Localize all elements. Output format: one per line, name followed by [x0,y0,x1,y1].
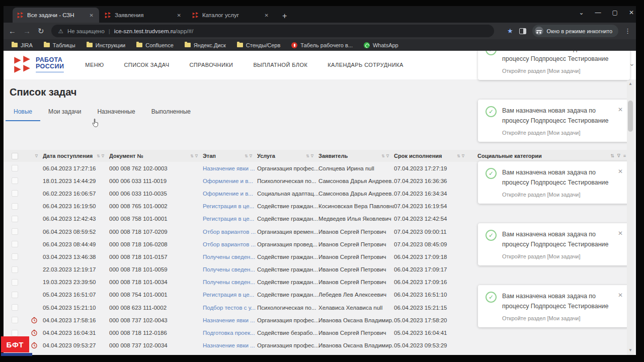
filter-icon: ∇ [195,154,198,158]
scroll-up-icon[interactable]: ▲ [628,80,632,87]
cell-stage-link[interactable]: Подбор тестов с у... [203,305,257,311]
browser-tab[interactable]: Каталог услуг ✕ [188,8,274,23]
toast-link[interactable]: Откройте раздел [Мои задачи] [502,192,623,198]
cell-stage-link[interactable]: Назначение явки ... [203,317,257,323]
nav-item[interactable]: СПРАВОЧНИКИ [189,62,233,68]
header-social[interactable]: Социальные категории⇅∇≡ [469,153,636,159]
cell-stage-link[interactable]: Получены сведен... [203,266,257,273]
row-checkbox[interactable] [12,292,18,298]
nav-item[interactable]: КАЛЕНДАРЬ СОТРУДНИКА [328,62,404,68]
cell-document: 000 008 718 106-0208 [109,241,203,247]
table-row[interactable]: 04.04.2023 16:04:31 000 008 718 112-0186… [4,326,636,339]
cell-document: 000 008 765 101-0002 [109,203,203,209]
browser-menu-icon[interactable]: ⋮ [624,27,631,35]
tab-close-icon[interactable]: ✕ [89,13,95,18]
row-checkbox[interactable] [12,330,18,336]
cell-stage-link[interactable]: Назначение явки ... [203,342,257,348]
new-tab-button[interactable]: + [279,12,290,23]
side-panel-icon[interactable] [519,28,526,34]
header-applicant[interactable]: Заявитель⇅∇ [318,153,394,159]
header-service[interactable]: Услуга⇅∇ [257,153,318,159]
toast-close-icon[interactable]: ✕ [618,292,623,312]
scroll-down-icon[interactable]: ▼ [628,347,632,354]
cell-stage-link[interactable]: Регистрация в це... [203,292,257,298]
row-checkbox[interactable] [12,203,18,210]
back-button[interactable]: ← [9,27,16,35]
task-filter-tab[interactable]: Новые [6,104,40,121]
toast-link[interactable]: Откройте раздел [Мои задачи] [502,253,623,259]
bookmark-star-icon[interactable]: ★ [507,27,513,35]
header-due[interactable]: Срок исполнения⇅∇ [394,153,469,159]
toast-close-icon[interactable]: ✕ [618,168,623,188]
nav-item[interactable]: МЕНЮ [85,62,104,68]
header-document[interactable]: Документ №⇅∇ [109,153,203,159]
url-field[interactable]: ⚠ Не защищено | ice-szn.test.trudvsem.ru… [51,25,494,37]
cell-stage-link[interactable]: Регистрация в це... [203,216,257,222]
minimize-button[interactable]: — [595,9,601,16]
cell-stage-link[interactable]: Отбор вариантов ... [203,229,257,235]
folder-icon [185,43,191,47]
overdue-clock-icon [24,291,43,298]
bookmark-item[interactable]: Стенды/Серв [237,42,280,48]
task-filter-tab[interactable]: Мои задачи [40,104,89,121]
cell-stage-link[interactable]: Получены сведен... [203,254,257,260]
filter-icon[interactable]: ∇ [35,154,38,158]
cell-due: 07.04.2023 16:34:34 [394,191,469,197]
cell-stage-link[interactable]: Отбор вариантов ... [203,241,257,247]
page-scrollbar[interactable]: ▲ ▼ [627,80,634,355]
cell-stage-link[interactable]: Оформление и в... [203,191,257,197]
row-checkbox[interactable] [12,279,18,286]
reload-button[interactable]: ↻ [38,27,44,36]
header-date[interactable]: Дата поступления⇅∇ [43,153,109,159]
browser-tab[interactable]: Заявления ✕ [100,8,187,23]
cell-due: 07.04.2023 08:45:09 [394,241,469,247]
row-checkbox[interactable] [12,241,18,247]
row-checkbox[interactable] [12,190,18,197]
cell-stage-link[interactable]: Подготовка проек... [203,330,257,336]
nav-item[interactable]: ВЫПЛАТНОЙ БЛОК [253,62,307,68]
task-filter-tab[interactable]: Выполненные [143,104,199,121]
chevron-down-icon[interactable]: ⌄ [629,59,635,67]
row-checkbox[interactable] [12,317,18,323]
bookmark-item[interactable]: WhatsApp [364,42,398,48]
row-checkbox[interactable] [12,165,18,171]
table-row[interactable]: 04.04.2023 09:53:27 000 008 737 102-0034… [4,339,636,352]
toast-link[interactable]: Откройте раздел [Мои задачи] [502,68,623,74]
toast-link[interactable]: Откройте раздел [Мои задачи] [502,315,623,321]
nav-item[interactable]: СПИСОК ЗАДАЧ [124,62,170,68]
select-all-checkbox[interactable] [12,153,18,159]
row-checkbox[interactable] [12,216,18,222]
row-checkbox[interactable] [12,266,18,273]
cell-stage-link[interactable]: Регистрация в це... [203,203,257,209]
browser-tab[interactable]: Все задачи - СЗН ✕ [13,8,99,23]
bookmark-item[interactable]: JIRA [12,42,33,48]
maximize-button[interactable]: ▢ [612,9,618,16]
row-checkbox[interactable] [12,253,18,260]
bookmark-item[interactable]: Яндекс.Диск [185,42,226,48]
toast-close-icon[interactable]: ✕ [618,106,623,126]
bookmark-label: WhatsApp [373,42,398,48]
bookmark-item[interactable]: Табель рабочего в... [291,42,353,48]
security-warning-icon[interactable]: ⚠ [58,28,63,35]
tab-close-icon[interactable]: ✕ [176,13,182,18]
forward-button[interactable]: → [23,27,31,35]
row-checkbox[interactable] [12,177,18,184]
tab-close-icon[interactable]: ✕ [264,13,270,18]
scrollbar-thumb[interactable] [628,101,633,132]
row-checkbox[interactable] [12,304,18,311]
bookmark-item[interactable]: Confluence [136,42,174,48]
row-checkbox[interactable] [12,228,18,235]
tab-search-icon[interactable]: ⌄ [579,9,584,16]
letterbox-left [0,6,4,362]
incognito-icon [535,27,543,35]
header-stage[interactable]: Этап⇅∇ [203,153,257,159]
rabota-rossii-logo[interactable]: РАБОТА РОССИИ [13,56,64,74]
window-close-button[interactable]: ✕ [629,9,634,16]
cell-stage-link[interactable]: Назначение явки ... [203,165,257,171]
cell-stage-link[interactable]: Оформление и в... [203,178,257,184]
cell-stage-link[interactable]: Получены сведен... [203,279,257,285]
toast-close-icon[interactable]: ✕ [618,230,623,250]
toast-link[interactable]: Откройте раздел [Мои задачи] [502,130,623,136]
bookmark-item[interactable]: Инструкции [87,42,125,48]
bookmark-item[interactable]: Таблицы [44,42,75,48]
